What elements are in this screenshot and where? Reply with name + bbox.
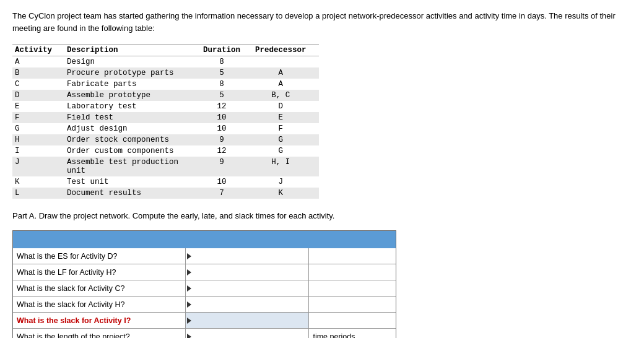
cell-predecessor: E [253,112,319,123]
cell-duration: 5 [201,90,253,101]
cell-predecessor: F [253,123,319,134]
cell-description: Design [64,56,201,68]
cell-predecessor: D [253,101,319,112]
part-a-text: Part A. Draw the project network. Comput… [12,211,632,220]
cell-activity: E [12,101,64,112]
cell-description: Order stock components [64,134,201,145]
cell-description: Fabricate parts [64,79,201,90]
question-input-field[interactable] [186,297,308,312]
question-input-field[interactable] [186,329,308,338]
cell-predecessor: A [253,67,319,79]
question-label: What is the length of the project? [13,329,186,338]
question-row: What is the slack for Activity H? [13,297,396,313]
question-answer [309,297,396,312]
cell-duration: 9 [201,134,253,145]
cell-duration: 12 [201,145,253,157]
question-row: What is the slack for Activity I? [13,313,396,329]
cell-activity: J [12,157,64,176]
cell-description: Assemble prototype [64,90,201,101]
table-row: K Test unit 10 J [12,176,319,188]
table-row: G Adjust design 10 F [12,123,319,134]
question-input-area [186,297,309,312]
question-answer [309,280,396,296]
cell-description: Order custom components [64,145,201,157]
input-arrow-icon [187,285,191,292]
cell-activity: D [12,90,64,101]
question-input-field[interactable] [186,248,308,264]
table-row: J Assemble test production unit 9 H, I [12,157,319,176]
input-arrow-icon [187,334,191,339]
cell-predecessor: A [253,79,319,90]
question-input-area [186,248,309,264]
question-input-area [186,329,309,338]
cell-duration: 12 [201,101,253,112]
cell-duration: 9 [201,157,253,176]
table-row: E Laboratory test 12 D [12,101,319,112]
table-row: D Assemble prototype 5 B, C [12,90,319,101]
question-input-area [186,280,309,296]
cell-predecessor: J [253,176,319,188]
table-row: A Design 8 [12,56,319,68]
cell-duration: 8 [201,56,253,68]
question-answer [309,313,396,328]
table-row: B Procure prototype parts 5 A [12,67,319,79]
cell-duration: 8 [201,79,253,90]
input-arrow-icon [187,269,191,275]
cell-duration: 10 [201,123,253,134]
table-row: C Fabricate parts 8 A [12,79,319,90]
activity-table: Activity Description Duration Predecesso… [12,44,319,199]
question-label: What is the slack for Activity I? [13,313,186,328]
cell-duration: 5 [201,67,253,79]
question-answer [309,248,396,264]
question-label: What is the LF for Activity H? [13,264,186,280]
input-arrow-icon [187,318,191,324]
cell-activity: A [12,56,64,68]
cell-activity: B [12,67,64,79]
cell-activity: H [12,134,64,145]
question-label: What is the ES for Activity D? [13,248,186,264]
question-input-field[interactable] [186,280,308,296]
questions-header [13,231,396,248]
cell-activity: L [12,188,64,199]
question-row: What is the LF for Activity H? [13,264,396,280]
input-arrow-icon [187,301,191,308]
cell-description: Document results [64,188,201,199]
questions-container: What is the ES for Activity D?What is th… [12,230,396,338]
cell-predecessor: K [253,188,319,199]
col-header-predecessor: Predecessor [253,45,319,56]
question-input-field[interactable] [186,264,308,280]
cell-duration: 10 [201,176,253,188]
cell-duration: 7 [201,188,253,199]
cell-activity: G [12,123,64,134]
table-row: L Document results 7 K [12,188,319,199]
question-row: What is the slack for Activity C? [13,280,396,297]
cell-duration: 10 [201,112,253,123]
cell-description: Laboratory test [64,101,201,112]
cell-predecessor: G [253,134,319,145]
question-answer [309,264,396,280]
cell-description: Assemble test production unit [64,157,201,176]
col-header-activity: Activity [12,45,64,56]
intro-text: The CyClon project team has started gath… [12,10,632,34]
questions-list: What is the ES for Activity D?What is th… [13,248,396,338]
cell-activity: C [12,79,64,90]
question-row: What is the ES for Activity D? [13,248,396,264]
table-row: F Field test 10 E [12,112,319,123]
cell-activity: I [12,145,64,157]
question-input-area [186,313,309,328]
cell-description: Field test [64,112,201,123]
table-row: H Order stock components 9 G [12,134,319,145]
question-label: What is the slack for Activity H? [13,297,186,312]
col-header-duration: Duration [201,45,253,56]
cell-predecessor: H, I [253,157,319,176]
cell-predecessor [253,56,319,68]
question-row: What is the length of the project?time p… [13,329,396,338]
cell-description: Test unit [64,176,201,188]
question-input-area [186,264,309,280]
table-row: I Order custom components 12 G [12,145,319,157]
cell-activity: K [12,176,64,188]
question-label: What is the slack for Activity C? [13,280,186,296]
cell-predecessor: B, C [253,90,319,101]
cell-description: Procure prototype parts [64,67,201,79]
question-input-field[interactable] [186,313,308,328]
